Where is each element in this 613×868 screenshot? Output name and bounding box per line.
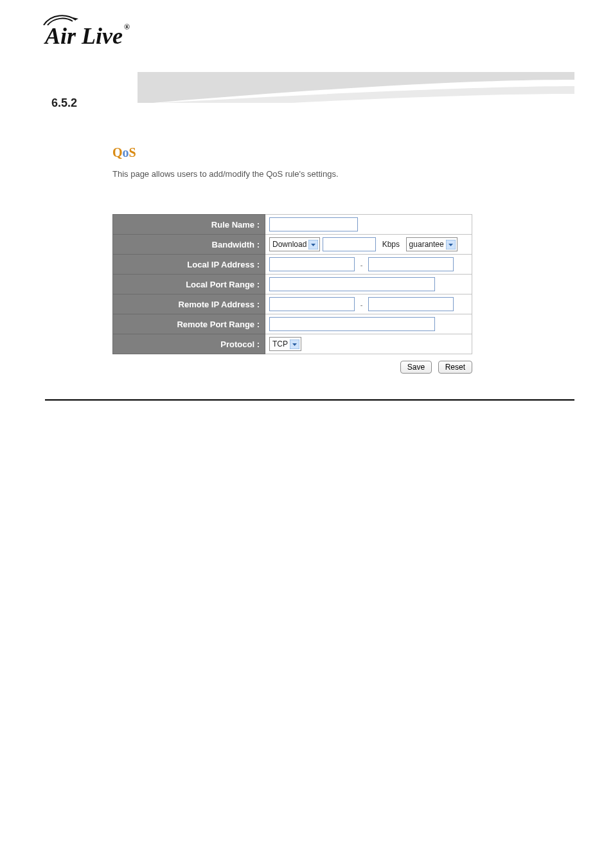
label-local-ip: Local IP Address :	[113, 255, 265, 275]
label-bandwidth: Bandwidth :	[113, 235, 265, 255]
local-ip-from-input[interactable]	[269, 257, 355, 271]
bandwidth-unit-label: Kbps	[382, 240, 400, 249]
protocol-label: TCP	[272, 339, 288, 348]
form-table: Rule Name : Bandwidth : Download	[112, 214, 472, 354]
page: Air Live® 6.5.2 QoS This page allows use…	[0, 0, 613, 868]
remote-ip-to-input[interactable]	[368, 297, 454, 311]
label-rule-name: Rule Name :	[113, 215, 265, 235]
row-bandwidth: Bandwidth : Download Kbps guarantee	[113, 235, 472, 255]
header-area: Air Live®	[45, 23, 574, 68]
range-dash: -	[357, 301, 366, 309]
save-button[interactable]: Save	[400, 361, 432, 374]
brand-logo: Air Live®	[45, 23, 130, 50]
row-protocol: Protocol : TCP	[113, 334, 472, 354]
chevron-down-icon	[308, 240, 318, 249]
row-local-port: Local Port Range :	[113, 275, 472, 294]
rule-name-input[interactable]	[269, 217, 358, 231]
local-port-input[interactable]	[269, 277, 435, 291]
reset-button[interactable]: Reset	[438, 361, 472, 374]
row-rule-name: Rule Name :	[113, 215, 472, 235]
brand-text: Air Live	[45, 23, 123, 49]
chevron-down-icon	[446, 240, 456, 249]
row-remote-port: Remote Port Range :	[113, 314, 472, 334]
page-description: This page allows users to add/modify the…	[112, 169, 574, 179]
title-s: S	[129, 145, 136, 159]
bandwidth-mode-select[interactable]: guarantee	[406, 237, 458, 251]
row-local-ip: Local IP Address : -	[113, 255, 472, 275]
brand-reg: ®	[124, 23, 130, 32]
page-title: QoS	[112, 145, 574, 160]
divider	[45, 399, 574, 401]
button-row: Save Reset	[112, 361, 472, 374]
local-ip-to-input[interactable]	[368, 257, 454, 271]
bandwidth-value-input[interactable]	[323, 237, 376, 251]
row-remote-ip: Remote IP Address : -	[113, 294, 472, 314]
chevron-down-icon	[290, 339, 299, 349]
remote-ip-from-input[interactable]	[269, 297, 355, 311]
label-protocol: Protocol :	[113, 334, 265, 354]
section-number: 6.5.2	[51, 96, 574, 110]
protocol-select[interactable]: TCP	[269, 337, 301, 351]
label-local-port: Local Port Range :	[113, 275, 265, 294]
label-remote-ip: Remote IP Address :	[113, 294, 265, 314]
qos-block: QoS This page allows users to add/modify…	[112, 145, 574, 374]
range-dash: -	[357, 261, 366, 269]
wifi-arc-icon	[42, 11, 81, 26]
title-q: Q	[112, 145, 123, 159]
qos-form: Rule Name : Bandwidth : Download	[112, 214, 574, 374]
remote-port-input[interactable]	[269, 317, 435, 331]
bandwidth-direction-label: Download	[272, 240, 306, 249]
label-remote-port: Remote Port Range :	[113, 314, 265, 334]
bandwidth-mode-label: guarantee	[409, 240, 444, 249]
title-o: o	[123, 145, 129, 159]
bandwidth-direction-select[interactable]: Download	[269, 237, 320, 251]
